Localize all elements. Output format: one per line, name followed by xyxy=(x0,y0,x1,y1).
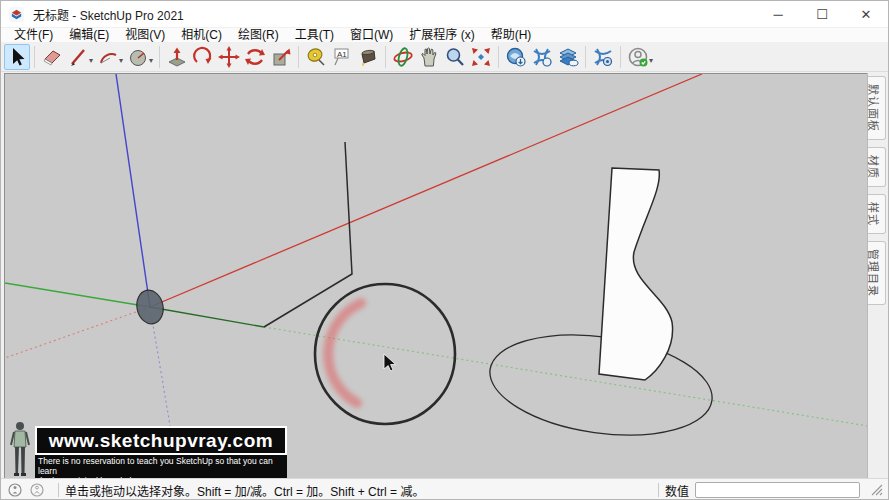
menu-edit[interactable]: 编辑(E) xyxy=(61,28,117,42)
account-tool[interactable] xyxy=(625,44,651,70)
menu-extensions[interactable]: 扩展程序 (x) xyxy=(401,28,482,42)
toolbar-separator xyxy=(34,46,35,68)
text-icon: A1 xyxy=(331,46,353,68)
push-pull-icon xyxy=(166,46,188,68)
menu-draw[interactable]: 绘图(R) xyxy=(230,28,287,42)
geolocation-icon[interactable] xyxy=(8,483,22,497)
menu-help[interactable]: 帮助(H) xyxy=(483,28,540,42)
edge-polyline[interactable] xyxy=(264,142,352,327)
tape-measure-icon xyxy=(305,46,327,68)
measurements-label: 数值 xyxy=(665,482,689,499)
measurements-input[interactable] xyxy=(695,482,860,498)
line-tool[interactable] xyxy=(65,44,91,70)
sketchup-logo-icon xyxy=(9,7,24,22)
axis-red-dotted xyxy=(5,307,150,358)
menu-file[interactable]: 文件(F) xyxy=(6,28,61,42)
arc-icon xyxy=(97,46,119,68)
tape-measure-tool[interactable] xyxy=(303,44,329,70)
extension-warehouse-icon xyxy=(592,46,614,68)
follow-me-icon xyxy=(192,46,214,68)
toolbar-separator xyxy=(498,46,499,68)
paint-bucket-tool[interactable] xyxy=(355,44,381,70)
window-title: 无标题 - SketchUp Pro 2021 xyxy=(33,6,184,23)
watermark-site: www.sketchupvray.com xyxy=(49,430,273,452)
zoom-extents-icon xyxy=(470,46,492,68)
close-button[interactable]: ✕ xyxy=(844,1,888,28)
rotate-icon xyxy=(244,46,266,68)
pan-hand-icon xyxy=(418,46,440,68)
scale-figure xyxy=(7,421,34,478)
move-icon xyxy=(218,46,240,68)
share-model-icon xyxy=(531,46,553,68)
drawing-viewport[interactable]: www.sketchupvray.com There is no reserva… xyxy=(4,73,867,478)
paint-bucket-icon xyxy=(357,46,379,68)
magnifier-icon xyxy=(444,46,466,68)
pencil-icon xyxy=(67,46,89,68)
toolbar-separator xyxy=(159,46,160,68)
follow-me-tool[interactable] xyxy=(190,44,216,70)
select-arrow-icon xyxy=(6,46,28,68)
eraser-icon xyxy=(41,46,63,68)
watermark-tagline-line1: There is no reservation to teach you Ske… xyxy=(38,456,284,476)
minimize-button[interactable]: ─ xyxy=(756,1,800,28)
status-bar: 单击或拖动以选择对象。Shift = 加/减。Ctrl = 加。Shift + … xyxy=(1,478,888,500)
title-bar: 无标题 - SketchUp Pro 2021 ─ ☐ ✕ xyxy=(1,1,888,28)
highlight-arc xyxy=(328,303,361,403)
toolbar-separator xyxy=(298,46,299,68)
watermark-banner: www.sketchupvray.com xyxy=(35,426,287,455)
menu-view[interactable]: 视图(V) xyxy=(117,28,173,42)
axis-green-dotted xyxy=(264,327,867,426)
tray-tab-materials[interactable]: 材质 xyxy=(868,147,886,187)
share-model-tool[interactable] xyxy=(529,44,555,70)
orbit-icon xyxy=(392,46,414,68)
status-divider xyxy=(58,483,59,497)
zoom-extents-tool[interactable] xyxy=(468,44,494,70)
credits-icon[interactable] xyxy=(30,483,44,497)
shapes-dropdown-caret[interactable]: ▾ xyxy=(149,56,153,65)
vase-shape[interactable] xyxy=(599,168,673,380)
menu-tools[interactable]: 工具(T) xyxy=(287,28,342,42)
3d-warehouse-tool[interactable] xyxy=(503,44,529,70)
origin-face[interactable] xyxy=(134,288,167,327)
arc-tool[interactable] xyxy=(95,44,121,70)
move-tool[interactable] xyxy=(216,44,242,70)
3d-warehouse-icon xyxy=(505,46,527,68)
menu-camera[interactable]: 相机(C) xyxy=(173,28,230,42)
select-tool[interactable] xyxy=(4,44,30,70)
layers-stack-icon xyxy=(557,46,579,68)
menu-window[interactable]: 窗口(W) xyxy=(342,28,401,42)
svg-text:A1: A1 xyxy=(337,49,347,58)
tray-tab-styles[interactable]: 样式 xyxy=(868,194,886,234)
extension-warehouse-tool[interactable] xyxy=(590,44,616,70)
components-tool[interactable] xyxy=(555,44,581,70)
account-icon xyxy=(627,46,649,68)
eraser-tool[interactable] xyxy=(39,44,65,70)
line-dropdown-caret[interactable]: ▾ xyxy=(89,56,93,65)
mouse-cursor xyxy=(383,353,397,373)
text-tool[interactable]: A1 xyxy=(329,44,355,70)
menu-bar: 文件(F) 编辑(E) 视图(V) 相机(C) 绘图(R) 工具(T) 窗口(W… xyxy=(1,28,888,42)
tray-tab-default-panel[interactable]: 默认面板 xyxy=(868,76,886,140)
account-dropdown-caret[interactable]: ▾ xyxy=(649,56,653,65)
rotate-tool[interactable] xyxy=(242,44,268,70)
maximize-button[interactable]: ☐ xyxy=(800,1,844,28)
pan-tool[interactable] xyxy=(416,44,442,70)
push-pull-tool[interactable] xyxy=(164,44,190,70)
tray-tab-strip: 默认面板 材质 样式 管理目录 xyxy=(867,73,889,478)
scale-icon xyxy=(270,46,292,68)
orbit-tool[interactable] xyxy=(390,44,416,70)
shapes-tool[interactable] xyxy=(125,44,151,70)
toolbar-separator xyxy=(385,46,386,68)
status-divider xyxy=(658,483,659,497)
watermark-tagline: There is no reservation to teach you Ske… xyxy=(35,455,287,478)
scale-tool[interactable] xyxy=(268,44,294,70)
zoom-tool[interactable] xyxy=(442,44,468,70)
resize-grip[interactable] xyxy=(870,483,884,497)
toolbar-separator xyxy=(620,46,621,68)
circle-shape-icon xyxy=(127,46,149,68)
toolbar-separator xyxy=(585,46,586,68)
toolbar: ▾ ▾ ▾ xyxy=(1,42,888,72)
arc-dropdown-caret[interactable]: ▾ xyxy=(119,56,123,65)
tray-tab-outliner[interactable]: 管理目录 xyxy=(868,241,886,305)
axis-green-edge xyxy=(150,307,264,327)
